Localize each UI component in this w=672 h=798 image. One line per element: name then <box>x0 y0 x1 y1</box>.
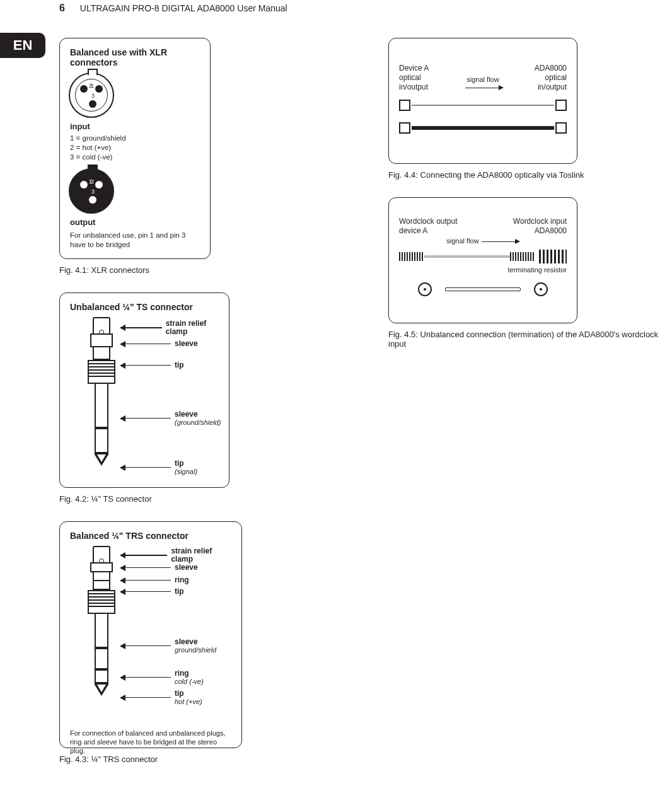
ts-plug-icon <box>88 317 115 466</box>
ts-label-sleeve: sleeve <box>120 340 198 348</box>
xlr-legend-3: 3 = cold (-ve) <box>70 153 200 162</box>
xlr-input-icon: 2 1 3 <box>69 72 114 118</box>
fig-4-3-caption: Fig. 4.3: ¼" TRS connector <box>59 755 248 764</box>
ts-plug-diagram: strain relief clamp sleeve tip sleeve (g… <box>70 317 219 481</box>
fig-4-5-panel: Wordclock output device A Wordclock inpu… <box>388 197 577 323</box>
language-tab-label: EN <box>13 37 33 54</box>
xlr-pin-3: 3 <box>91 93 95 99</box>
xlr-output-label: output <box>70 217 200 227</box>
fig-4-4-panel: Device A optical in/output signal flow A… <box>388 38 577 164</box>
xlr-output-icon: 1 2 3 <box>69 168 114 214</box>
trs-label-tip2: tip hot (+ve) <box>120 690 202 705</box>
fig-4-4-labels: Device A optical in/output signal flow A… <box>399 64 567 92</box>
fig-4-1-note: For unbalanced use, pin 1 and pin 3 have… <box>70 231 200 250</box>
trs-plug-diagram: strain relief clamp sleeve ring tip slee… <box>70 546 231 722</box>
xlr-input-label: input <box>70 122 200 131</box>
fig-4-4-caption: Fig. 4.4: Connecting the ADA8000 optical… <box>388 170 628 180</box>
fig-4-4-right-device: ADA8000 optical in/output <box>517 64 567 92</box>
page-number: 6 <box>59 3 65 13</box>
fig-4-3-note: For connection of balanced and unbalance… <box>70 729 231 756</box>
doc-title: ULTRAGAIN PRO-8 DIGITAL ADA8000 User Man… <box>80 3 287 13</box>
fig-4-2-title: Unbalanced ¼" TS connector <box>70 302 219 312</box>
fig-4-2-panel: Unbalanced ¼" TS connector strain relief… <box>59 292 229 488</box>
fig-4-5-left-device: Wordclock output device A <box>399 217 458 236</box>
fig-4-5-caption: Fig. 4.5: Unbalanced connection (termina… <box>388 330 672 349</box>
fig-4-5-labels: Wordclock output device A Wordclock inpu… <box>399 217 567 236</box>
fig-4-2-caption: Fig. 4.2: ¼" TS connector <box>59 494 248 504</box>
fig-4-4-left-device: Device A optical in/output <box>399 64 449 92</box>
signal-flow-label: signal flow <box>449 76 517 91</box>
fig-4-1-title: Balanced use with XLR connectors <box>70 47 200 67</box>
xlr-legend-1: 1 = ground/shield <box>70 134 200 143</box>
xlr-out-pin-3: 3 <box>91 188 95 195</box>
left-column: Balanced use with XLR connectors 2 1 3 i… <box>59 38 248 764</box>
toslink-cable-top <box>399 96 567 115</box>
terminator-icon <box>539 250 567 263</box>
trs-label-ring: ring <box>120 576 189 584</box>
trs-label-sleeve2: sleeve ground/shield <box>120 638 216 654</box>
bnc-jack-right-icon <box>534 282 548 296</box>
wordclock-cable-row <box>399 248 567 267</box>
ts-label-strain: strain relief clamp <box>120 320 219 336</box>
ts-label-tip: tip <box>120 361 184 369</box>
link-bar <box>445 287 521 291</box>
xlr-pin-1: 1 <box>91 83 94 89</box>
fig-4-1-caption: Fig. 4.1: XLR connectors <box>59 265 248 275</box>
xlr-legend-2: 2 = hot (+ve) <box>70 143 200 153</box>
fig-4-1-panel: Balanced use with XLR connectors 2 1 3 i… <box>59 38 211 259</box>
language-tab: EN <box>0 33 45 58</box>
fig-4-3-panel: Balanced ¼" TRS connector strain relief … <box>59 521 242 748</box>
trs-label-tip: tip <box>120 587 184 596</box>
coax-cable <box>424 255 510 258</box>
trs-label-strain: strain relief clamp <box>120 547 231 564</box>
ts-label-sleeve2: sleeve (ground/shield) <box>120 410 221 426</box>
bnc-plug-right-icon <box>510 252 535 261</box>
ts-label-tip2: tip (signal) <box>120 460 197 475</box>
bnc-jack-row <box>399 282 567 296</box>
fig-4-5-signal-flow: signal flow <box>399 237 567 245</box>
bnc-jack-left-icon <box>418 282 432 296</box>
xlr-out-pin-2: 2 <box>91 178 94 185</box>
fig-4-3-title: Balanced ¼" TRS connector <box>70 531 231 541</box>
toslink-cable-bottom <box>399 119 567 137</box>
fig-4-5-right-device: Wordclock input ADA8000 <box>513 217 567 236</box>
trs-label-sleeve: sleeve <box>120 564 198 572</box>
right-column: Device A optical in/output signal flow A… <box>388 38 628 366</box>
trs-label-ring2: ring cold (-ve) <box>120 669 204 685</box>
bnc-plug-left-icon <box>399 252 424 261</box>
trs-plug-icon <box>88 546 115 696</box>
page-header: 6 ULTRAGAIN PRO-8 DIGITAL ADA8000 User M… <box>59 3 287 14</box>
